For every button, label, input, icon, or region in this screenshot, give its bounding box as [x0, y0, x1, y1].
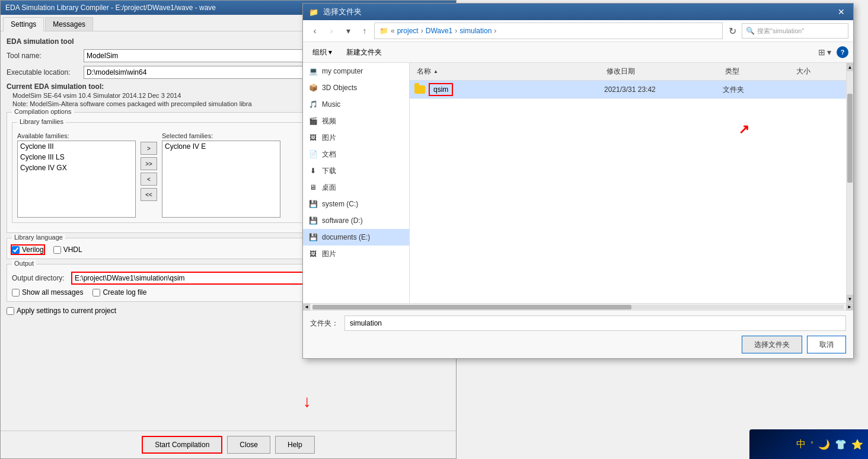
- file-item-qsim[interactable]: qsim 2021/3/31 23:42 文件夹: [410, 81, 846, 99]
- organize-bar: 组织 ▾ 新建文件夹 ⊞ ▾ ?: [303, 42, 853, 63]
- header-size[interactable]: 大小: [794, 65, 841, 78]
- search-placeholder: 搜索"simulation": [757, 27, 804, 36]
- pictures2-label: 图片: [322, 249, 336, 259]
- scroll-track[interactable]: [847, 71, 853, 295]
- main-title-text: EDA Simulation Library Compiler - E:/pro…: [5, 4, 216, 12]
- back-button[interactable]: ‹: [308, 24, 322, 38]
- header-name[interactable]: 名称 ▲: [414, 65, 604, 78]
- output-section-title: Output: [12, 260, 36, 267]
- list-item[interactable]: Cyclone IV GX: [18, 162, 135, 173]
- show-messages-check-label[interactable]: Show all messages: [12, 288, 83, 297]
- nav-item-3d-objects[interactable]: 📦 3D Objects: [303, 79, 409, 96]
- start-compilation-button[interactable]: Start Compilation: [142, 436, 222, 454]
- dialog-title-text: 选择文件夹: [323, 7, 362, 17]
- vertical-scrollbar[interactable]: ▲ ▼: [846, 63, 853, 303]
- breadcrumb-simulation[interactable]: simulation: [459, 27, 492, 35]
- scroll-down-arrow[interactable]: ▼: [847, 295, 853, 303]
- remove-all-button[interactable]: <<: [141, 188, 157, 201]
- dropdown-button[interactable]: ▾: [341, 24, 355, 38]
- available-families-label: Available families:: [17, 132, 136, 139]
- breadcrumb-sep-3: ›: [455, 27, 457, 35]
- breadcrumb-dwave1[interactable]: DWave1: [426, 27, 453, 35]
- tab-messages[interactable]: Messages: [45, 17, 93, 31]
- folder-input[interactable]: [344, 315, 846, 331]
- list-item[interactable]: Cyclone III LS: [18, 152, 135, 162]
- header-type[interactable]: 类型: [723, 65, 794, 78]
- list-item[interactable]: Cyclone IV E: [162, 141, 280, 152]
- breadcrumb-folder-icon: 📁: [379, 27, 388, 35]
- create-log-checkbox[interactable]: [92, 289, 100, 297]
- documents-e-label: documents (E:): [322, 233, 370, 241]
- content-panel: 名称 ▲ 修改日期 类型 大小 qsim: [410, 63, 846, 303]
- horizontal-scrollbar[interactable]: ◄ ►: [303, 303, 853, 310]
- nav-item-documents[interactable]: 📄 文档: [303, 146, 409, 162]
- show-messages-checkbox[interactable]: [12, 289, 20, 297]
- organize-button[interactable]: 组织 ▾: [308, 44, 337, 60]
- add-all-button[interactable]: >>: [141, 157, 157, 170]
- scroll-thumb-h[interactable]: [312, 305, 631, 310]
- available-families-list[interactable]: Cyclone III Cyclone III LS Cyclone IV GX: [17, 141, 136, 218]
- help-dialog-button[interactable]: ?: [837, 46, 848, 58]
- list-item[interactable]: Cyclone III: [18, 141, 135, 152]
- scroll-track-h[interactable]: [312, 305, 844, 310]
- up-button[interactable]: ↑: [358, 24, 372, 38]
- new-folder-button[interactable]: 新建文件夹: [342, 44, 387, 60]
- header-date[interactable]: 修改日期: [604, 65, 723, 78]
- search-icon: 🔍: [746, 27, 755, 35]
- nav-item-desktop[interactable]: 🖥 桌面: [303, 179, 409, 196]
- scroll-thumb[interactable]: [847, 94, 853, 183]
- view-button[interactable]: ⊞ ▾: [818, 45, 832, 59]
- breadcrumb-project[interactable]: project: [397, 27, 419, 35]
- verilog-check-label[interactable]: Verilog: [12, 246, 44, 254]
- music-icon: 🎵: [308, 99, 318, 110]
- folder-name-row: 文件夹：: [310, 315, 846, 331]
- nav-item-system-c[interactable]: 💾 system (C:): [303, 196, 409, 212]
- system-c-icon: 💾: [308, 199, 318, 209]
- verilog-checkbox[interactable]: [12, 246, 20, 254]
- nav-item-downloads[interactable]: ⬇ 下载: [303, 162, 409, 179]
- qsim-label: qsim: [429, 83, 453, 96]
- tab-settings[interactable]: Settings: [3, 17, 44, 31]
- scroll-left-arrow[interactable]: ◄: [303, 304, 310, 311]
- nav-item-video[interactable]: 🎬 视频: [303, 113, 409, 129]
- apply-settings-checkbox[interactable]: [7, 307, 14, 315]
- nav-item-pictures-2[interactable]: 🖼 图片: [303, 246, 409, 262]
- cancel-button[interactable]: 取消: [807, 336, 846, 353]
- my-computer-label: my computer: [322, 67, 363, 75]
- pictures-label: 图片: [322, 133, 336, 143]
- nav-item-music[interactable]: 🎵 Music: [303, 96, 409, 113]
- breadcrumb-sep-2: ›: [421, 27, 423, 35]
- create-log-check-label[interactable]: Create log file: [92, 288, 146, 297]
- file-name: qsim: [414, 83, 604, 96]
- search-box[interactable]: 🔍 搜索"simulation": [742, 23, 848, 39]
- breadcrumb-sep-1: «: [391, 27, 395, 35]
- selected-families-list[interactable]: Cyclone IV E: [162, 141, 280, 218]
- nav-item-pictures[interactable]: 🖼 图片: [303, 129, 409, 146]
- system-c-label: system (C:): [322, 200, 358, 208]
- forward-button[interactable]: ›: [324, 24, 339, 38]
- vhdl-label: VHDL: [63, 246, 82, 254]
- refresh-button[interactable]: ↻: [725, 24, 739, 38]
- nav-item-documents-e[interactable]: 💾 documents (E:): [303, 229, 409, 246]
- desktop-icon: 🖥: [308, 182, 318, 193]
- dialog-close-button[interactable]: ✕: [835, 7, 847, 17]
- remove-one-button[interactable]: <: [141, 173, 157, 186]
- nav-item-my-computer[interactable]: 💻 my computer: [303, 63, 409, 79]
- close-button[interactable]: Close: [227, 436, 270, 454]
- vhdl-checkbox[interactable]: [53, 246, 61, 254]
- dialog-footer: 文件夹： 选择文件夹 取消: [303, 310, 853, 358]
- vhdl-check-label[interactable]: VHDL: [53, 246, 82, 254]
- add-one-button[interactable]: >: [141, 142, 157, 155]
- music-label: Music: [322, 100, 340, 109]
- my-computer-icon: 💻: [308, 66, 318, 76]
- nav-item-software-d[interactable]: 💾 software (D:): [303, 212, 409, 229]
- scroll-up-arrow[interactable]: ▲: [847, 63, 853, 71]
- select-folder-button[interactable]: 选择文件夹: [742, 336, 802, 353]
- create-log-label: Create log file: [103, 288, 146, 297]
- video-label: 视频: [322, 116, 336, 126]
- desktop-label: 桌面: [322, 183, 336, 193]
- arrow-to-start: ↓: [303, 392, 311, 411]
- help-button[interactable]: Help: [275, 436, 315, 454]
- video-icon: 🎬: [308, 116, 318, 126]
- scroll-right-arrow[interactable]: ►: [846, 304, 853, 311]
